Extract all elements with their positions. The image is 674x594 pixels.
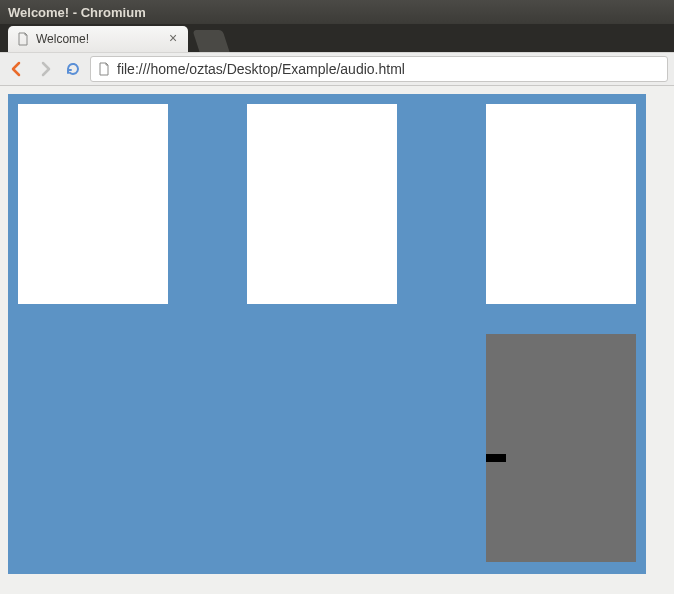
media-row [8,304,646,562]
back-button[interactable] [6,58,28,80]
close-icon[interactable]: × [166,32,180,46]
file-icon [97,62,111,76]
browser-toolbar: file:///home/oztas/Desktop/Example/audio… [0,52,674,86]
file-icon [16,32,30,46]
forward-button [34,58,56,80]
spacer [168,104,248,304]
window-title: Welcome! - Chromium [8,5,146,20]
browser-tab[interactable]: Welcome! × [8,26,188,52]
url-text: file:///home/oztas/Desktop/Example/audio… [117,61,661,77]
media-placeholder[interactable] [486,334,636,562]
media-marker [486,454,506,462]
spacer [397,104,487,304]
content-box [18,104,168,304]
forward-arrow-icon [37,61,53,77]
tab-title: Welcome! [36,32,160,46]
tab-strip: Welcome! × [0,24,674,52]
page-body [8,94,646,574]
new-tab-button[interactable] [192,30,229,52]
reload-icon [65,61,81,77]
window-titlebar: Welcome! - Chromium [0,0,674,24]
back-arrow-icon [9,61,25,77]
box-row [8,94,646,304]
reload-button[interactable] [62,58,84,80]
address-bar[interactable]: file:///home/oztas/Desktop/Example/audio… [90,56,668,82]
content-box [247,104,397,304]
page-viewport [0,86,674,594]
content-box [486,104,636,304]
